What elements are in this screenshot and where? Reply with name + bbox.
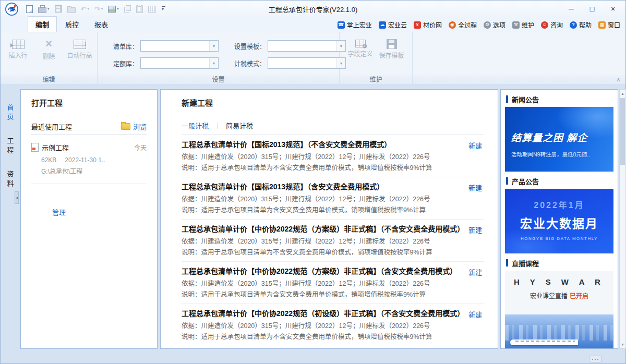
news-banner[interactable]: 结算量之困 解企 活动期间N9转注册，最低0元随..: [505, 107, 613, 172]
new-project-link[interactable]: 新建: [468, 267, 482, 277]
maximize-button[interactable]: □: [582, 2, 603, 16]
quicklink-window-manager[interactable]: ▦窗口: [598, 20, 620, 29]
app-logo-icon[interactable]: [5, 2, 19, 16]
news-panel: 新闻公告 结算量之困 解企 活动期间N9转注册，最低0元随.. 产品公告 202…: [500, 89, 618, 349]
list-library-combo[interactable]: ▾: [140, 40, 219, 52]
status-grip-icon[interactable]: [589, 356, 601, 362]
quicklink-maintenance[interactable]: ⚒维护: [512, 20, 534, 29]
quicklink-help[interactable]: ?帮助: [570, 20, 592, 29]
quicklink-label: 宏业云: [388, 20, 407, 29]
group-label-edit: 编辑: [1, 75, 97, 84]
template-basis: 依据：川建造价发（2020）315号；川建行规（2022）12号；川建标发（20…: [182, 196, 484, 203]
minimize-button[interactable]: ─: [561, 2, 582, 16]
combo-dropdown-icon[interactable]: ▾: [209, 41, 218, 51]
cityscape-image: [505, 314, 613, 349]
export-image-icon: [108, 6, 116, 13]
scroll-down-icon[interactable]: ▼: [620, 341, 625, 348]
template-item: 工程总承包清单计价【国标2013规范】（含安文费全费用模式）新建依据：川建造价发…: [182, 177, 484, 220]
template-title: 工程总承包清单计价【中价协2022规范（方案级）非正式稿】（不含安文费全费用模式…: [182, 225, 462, 233]
browse-button[interactable]: 浏览: [121, 122, 147, 131]
quicklink-options[interactable]: ⚙选项: [484, 20, 505, 29]
copy-icon: [124, 5, 131, 13]
new-project-title: 新建工程: [182, 97, 484, 108]
tab-quality-control[interactable]: 质控: [58, 17, 86, 32]
delete-button[interactable]: 删除: [34, 37, 63, 60]
collapse-ribbon-button[interactable]: ∧: [617, 75, 620, 84]
save-template-button[interactable]: 保存模板: [377, 37, 406, 59]
sidebar-item-home[interactable]: 首页: [5, 104, 15, 123]
quicklink-label: 窗口: [608, 20, 620, 29]
quicklink-label: 材价网: [423, 20, 442, 29]
quota-library-field: 定额库：▾: [105, 57, 219, 69]
new-project-link[interactable]: 新建: [468, 140, 482, 150]
quicklink-label: 帮助: [579, 20, 592, 29]
save-button[interactable]: [53, 4, 64, 14]
template-head: 工程总承包清单计价【中价协2022规范（方案级）非正式稿】（含安文费全费用模式）…: [182, 267, 484, 277]
product-section-title: 产品公告: [512, 176, 539, 186]
table-button[interactable]: [146, 4, 158, 14]
tab-simple-tax[interactable]: 简易计税: [226, 120, 253, 130]
new-project-link[interactable]: 新建: [468, 309, 482, 319]
scroll-up-icon[interactable]: ▲: [620, 90, 625, 98]
template-list: 工程总承包清单计价【国标2013规范】（不含安文费全费用模式）新建依据：川建造价…: [182, 135, 484, 346]
new-project-link[interactable]: 新建: [468, 183, 482, 192]
undo-icon: [81, 4, 87, 14]
folder-icon: [121, 123, 130, 130]
quicklink-material-price-net[interactable]: ¥材价网: [414, 20, 442, 29]
tab-compile[interactable]: 编制: [28, 16, 57, 32]
new-project-link[interactable]: 新建: [468, 225, 482, 235]
save-icon: [55, 5, 62, 13]
vertical-scrollbar[interactable]: ▲ ▼: [619, 89, 626, 349]
sidebar-item-project[interactable]: 工程: [5, 137, 15, 156]
print-button[interactable]: ▾: [36, 4, 52, 15]
quicklink-hongye-cloud[interactable]: ☁宏业云: [379, 20, 407, 29]
browse-link[interactable]: 浏览: [133, 122, 147, 131]
undo-button[interactable]: ▾: [79, 3, 91, 15]
scrollbar-thumb[interactable]: [620, 98, 625, 165]
quicklink-mobile-hongye[interactable]: ☎掌上宏业: [338, 20, 372, 29]
manage-link[interactable]: 管理: [52, 207, 66, 217]
insert-row-button[interactable]: 插入行: [4, 37, 32, 60]
recent-project-name[interactable]: 示例工程: [42, 142, 131, 152]
export-image-button[interactable]: ▾: [106, 4, 121, 14]
quicklink-whole-process[interactable]: ◉全过程: [449, 20, 477, 29]
close-button[interactable]: ×: [603, 2, 623, 16]
tab-general-tax[interactable]: 一般计税: [182, 120, 209, 130]
ribbon-group-settings: 清单库：▾定额库：▾设置模板：▾计税模式：▾ 设置: [98, 32, 340, 84]
new-document-button[interactable]: [24, 4, 35, 15]
field-define-button[interactable]: 字段定义: [346, 37, 375, 59]
recent-project-item[interactable]: 示例工程 今天 62KB 2022-11-30 1.. G:\总承包\工程: [31, 142, 147, 175]
settings-grid: 清单库：▾定额库：▾设置模板：▾计税模式：▾: [98, 32, 339, 69]
quicklink-consult[interactable]: ☺咨询: [541, 20, 563, 29]
maintenance-icon: ⚒: [512, 21, 520, 29]
redo-button[interactable]: ▾: [92, 3, 105, 15]
template-head: 工程总承包清单计价【中价协2022规范（初设级）非正式稿】（不含安文费全费用模式…: [182, 309, 484, 319]
customize-toolbar-button[interactable]: [159, 5, 168, 14]
hongye-cloud-icon: ☁: [379, 21, 386, 29]
tax-mode-label: 计税模式：: [232, 59, 266, 68]
ribbon-group-edit: 插入行删除自动行高 编辑: [1, 32, 98, 84]
quicklink-label: 维护: [522, 20, 534, 29]
tax-mode-field: 计税模式：▾: [232, 57, 346, 69]
divider: [31, 184, 147, 184]
tax-mode-combo[interactable]: ▾: [268, 57, 346, 69]
group-label-maintain: 维护: [340, 75, 412, 84]
live-banner[interactable]: H Y S W A R 宏业课堂直播已开启: [505, 271, 613, 349]
template-item: 工程总承包清单计价【中价协2022规范（方案级）非正式稿】（不含安文费全费用模式…: [182, 220, 484, 262]
quota-library-combo[interactable]: ▾: [140, 57, 219, 69]
auto-row-height-button[interactable]: 自动行高: [65, 37, 94, 60]
open-folder-button[interactable]: [65, 4, 78, 15]
panel-splitter-handle[interactable]: ◀: [15, 191, 19, 204]
live-section-title: 直播课程: [512, 258, 539, 268]
train-image: [510, 339, 578, 345]
sidebar-item-material[interactable]: 资料: [5, 171, 15, 189]
table-icon: [148, 6, 156, 13]
save-template-icon: [387, 39, 397, 49]
combo-dropdown-icon[interactable]: ▾: [209, 58, 218, 68]
whole-process-icon: ◉: [449, 21, 456, 29]
template-setting-combo[interactable]: ▾: [268, 40, 346, 52]
tab-reports[interactable]: 报表: [87, 17, 115, 32]
copy-button[interactable]: [122, 4, 133, 14]
paste-button[interactable]: [134, 4, 145, 15]
product-banner[interactable]: 2022年1月 宏业大数据月 HONGYE BIG DATA MONTHLY: [505, 189, 613, 253]
